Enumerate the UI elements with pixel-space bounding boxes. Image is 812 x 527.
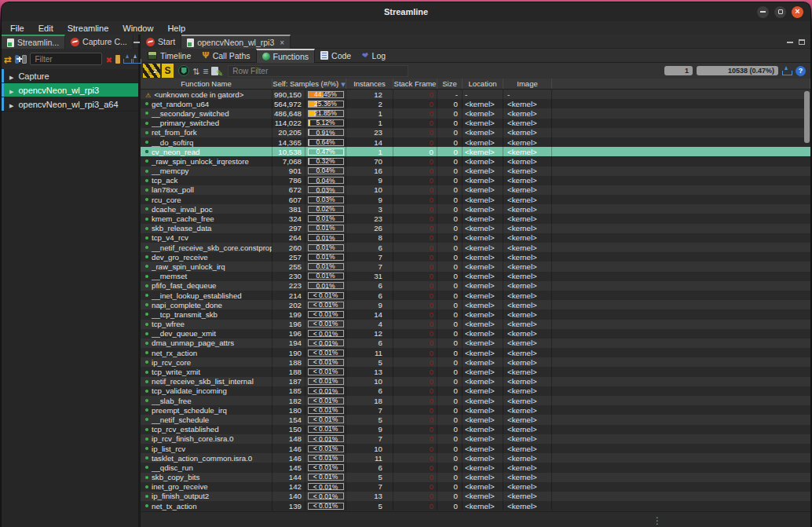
- sidebar-item-opencvneon-wl-rpi3-a64[interactable]: opencvNeon_wl_rpi3_a64: [2, 97, 138, 112]
- expand-collapse-icon[interactable]: [192, 64, 199, 78]
- sidebar-item-opencvneon-wl-rpi3[interactable]: opencvNeon_wl_rpi3: [2, 83, 138, 97]
- column-header-self-samples[interactable]: Self: Samples (#/%): [272, 79, 346, 89]
- tab-opencvneon-wl-rpi3[interactable]: opencvNeon_wl_rpi3: [181, 35, 291, 49]
- table-row[interactable]: netif_receive_skb_list_internal 187 < 0.…: [141, 377, 810, 386]
- close-tab-icon[interactable]: [277, 38, 284, 47]
- table-row[interactable]: __netif_receive_skb_core.constprop.0 260…: [141, 243, 810, 252]
- import-capture-icon[interactable]: [123, 54, 128, 64]
- table-row[interactable]: __inet_lookup_established 214 < 0.01% 6 …: [141, 291, 810, 300]
- menu-help[interactable]: Help: [160, 21, 192, 35]
- table-row[interactable]: get_random_u64 564,972 25.36% 2 0 0 <ker…: [141, 99, 810, 108]
- table-row[interactable]: napi_complete_done 202 < 0.01% 9 0 0 <ke…: [141, 300, 810, 309]
- splitter-handle-icon[interactable]: [653, 513, 662, 527]
- panel-minimize-icon[interactable]: [134, 42, 140, 43]
- table-row[interactable]: rcu_core 607 0.03% 9 0 0 <kernel> <kerne…: [141, 195, 810, 204]
- open-folder-icon[interactable]: [115, 57, 120, 64]
- table-row[interactable]: inet_gro_receive 142 < 0.01% 7 0 0 <kern…: [141, 482, 810, 492]
- table-row[interactable]: __netif_schedule 154 < 0.01% 5 0 0 <kern…: [141, 415, 810, 424]
- tab-log[interactable]: Log: [357, 49, 391, 63]
- table-row[interactable]: __primary_switched 114,022 5.12% 1 0 0 <…: [141, 119, 810, 128]
- tab-capture-c[interactable]: Capture C...: [65, 35, 134, 49]
- column-header-image[interactable]: Image: [503, 79, 552, 89]
- function-dot-icon: [145, 323, 148, 326]
- table-row[interactable]: dma_unmap_page_attrs 194 < 0.01% 6 0 0 <…: [141, 339, 810, 348]
- table-row[interactable]: __qdisc_run 145 < 0.01% 6 0 0 <kernel> <…: [141, 463, 810, 472]
- table-row[interactable]: __memset 230 0.01% 31 0 0 <kernel> <kern…: [141, 272, 810, 281]
- table-row[interactable]: preempt_schedule_irq 180 < 0.01% 7 0 0 <…: [141, 405, 810, 415]
- table-row[interactable]: tcp_ack 786 0.04% 9 0 0 <kernel> <kernel…: [141, 176, 810, 185]
- table-row[interactable]: ip_rcv_finish_core.isra.0 148 < 0.01% 7 …: [141, 434, 810, 444]
- table-row[interactable]: pfifo_fast_dequeue 223 0.01% 6 0 0 <kern…: [141, 281, 810, 291]
- tab-code[interactable]: Code: [315, 49, 357, 63]
- tab-start[interactable]: Start: [141, 35, 181, 49]
- table-row[interactable]: kmem_cache_free 324 0.01% 23 0 0 <kernel…: [141, 214, 810, 223]
- column-header-size[interactable]: Size: [437, 79, 463, 89]
- tab-streamlin[interactable]: Streamlin...: [2, 35, 65, 49]
- close-icon[interactable]: [792, 6, 803, 18]
- stack-frame-value: 0: [393, 272, 437, 281]
- table-row[interactable]: __tcp_transmit_skb 199 < 0.01% 14 0 0 <k…: [141, 309, 810, 319]
- expand-arrow-icon[interactable]: [9, 86, 18, 95]
- table-row[interactable]: tcp_wfree 196 < 0.01% 4 0 0 <kernel> <ke…: [141, 320, 810, 329]
- vertical-scrollbar[interactable]: [804, 91, 810, 143]
- warnings-indicator-icon[interactable]: 2: [143, 64, 160, 78]
- edit-filter-icon[interactable]: [211, 65, 221, 77]
- table-row[interactable]: ip_rcv_core 188 < 0.01% 5 0 0 <kernel> <…: [141, 357, 810, 367]
- minimize-icon[interactable]: [757, 6, 769, 18]
- table-row[interactable]: tcp_rcv_established 150 < 0.01% 9 0 0 <k…: [141, 425, 810, 434]
- table-row[interactable]: ip_finish_output2 140 < 0.01% 13 0 0 <ke…: [141, 492, 810, 501]
- menu-file[interactable]: File: [3, 21, 31, 35]
- sidebar-item-capture[interactable]: Capture: [2, 69, 138, 83]
- table-row[interactable]: ret_from_fork 20,205 0.91% 23 0 0 <kerne…: [141, 128, 810, 137]
- expand-arrow-icon[interactable]: [9, 100, 18, 109]
- import-archive-icon[interactable]: [131, 54, 136, 64]
- table-row[interactable]: tcp_validate_incoming 185 < 0.01% 6 0 0 …: [141, 386, 810, 396]
- table-row[interactable]: lan78xx_poll 672 0.03% 10 0 0 <kernel> <…: [141, 185, 810, 195]
- switch-view-icon[interactable]: [4, 52, 12, 66]
- menu-edit[interactable]: Edit: [31, 21, 60, 35]
- row-filter-input[interactable]: [228, 65, 408, 77]
- table-row[interactable]: net_rx_action 190 < 0.01% 11 0 0 <kernel…: [141, 348, 810, 357]
- panel-minimize-icon[interactable]: [787, 42, 793, 43]
- copy-icon[interactable]: [22, 55, 27, 64]
- tab-functions[interactable]: Functions: [256, 49, 316, 63]
- table-row[interactable]: cv_neon_read 10,538 0.47% 1 0 0 <kernel>…: [141, 147, 810, 156]
- table-row[interactable]: ip_list_rcv 146 < 0.01% 10 0 0 <kernel> …: [141, 444, 810, 453]
- samples-mode-icon[interactable]: S: [162, 64, 174, 78]
- table-row[interactable]: tcp_write_xmit 188 < 0.01% 13 0 0 <kerne…: [141, 367, 810, 376]
- table-row[interactable]: _raw_spin_unlock_irq 255 0.01% 7 0 0 <ke…: [141, 262, 810, 271]
- table-row[interactable]: __slab_free 182 < 0.01% 18 0 0 <kernel> …: [141, 396, 810, 405]
- table-row[interactable]: _raw_spin_unlock_irqrestore 7,068 0.32% …: [141, 156, 810, 166]
- table-row[interactable]: __do_softirq 14,365 0.64% 14 0 0 <kernel…: [141, 137, 810, 147]
- column-header-instances[interactable]: Instances: [346, 79, 393, 89]
- flat-list-icon[interactable]: [203, 64, 208, 78]
- export-icon[interactable]: [782, 66, 792, 75]
- tab-timeline[interactable]: Timeline: [142, 49, 196, 63]
- expand-arrow-icon[interactable]: [9, 71, 18, 81]
- table-row[interactable]: skb_release_data 297 0.01% 26 0 0 <kerne…: [141, 224, 810, 233]
- column-header-function-name[interactable]: Function Name: [141, 79, 272, 89]
- menu-window[interactable]: Window: [115, 21, 160, 35]
- titlebar[interactable]: Streamline: [2, 2, 810, 21]
- table-row[interactable]: skb_copy_bits 144 < 0.01% 5 0 0 <kernel>…: [141, 473, 810, 482]
- table-row[interactable]: tcp_v4_rcv 264 0.01% 8 0 0 <kernel> <ker…: [141, 233, 810, 243]
- clear-filter-icon[interactable]: [105, 52, 112, 66]
- table-row[interactable]: __dev_queue_xmit 196 < 0.01% 12 0 0 <ker…: [141, 329, 810, 339]
- new-capture-icon[interactable]: [15, 55, 19, 64]
- maximize-icon[interactable]: [774, 6, 786, 18]
- column-header-stack-frame[interactable]: Stack Frame: [393, 79, 437, 89]
- table-row[interactable]: net_tx_action 139 < 0.01% 5 0 0 <kernel>…: [141, 501, 810, 511]
- tab-call-paths[interactable]: Call Paths: [196, 49, 255, 63]
- filter-input[interactable]: [30, 53, 102, 65]
- table-row[interactable]: __memcpy 901 0.04% 16 0 0 <kernel> <kern…: [141, 167, 810, 176]
- shield-filter-icon[interactable]: [178, 65, 189, 76]
- table-row[interactable]: dev_gro_receive 257 0.01% 7 0 0 <kernel>…: [141, 252, 810, 262]
- menu-streamline[interactable]: Streamline: [60, 21, 116, 35]
- table-row[interactable]: <unknown code in gatord> 990,150 44.45% …: [141, 90, 810, 99]
- column-header-location[interactable]: Location: [463, 79, 503, 89]
- table-row[interactable]: __secondary_switched 486,648 21.85% 1 0 …: [141, 108, 810, 118]
- table-row[interactable]: tasklet_action_common.isra.0 146 < 0.01%…: [141, 453, 810, 463]
- panel-maximize-icon[interactable]: [799, 39, 805, 45]
- help-icon[interactable]: [796, 66, 806, 76]
- table-row[interactable]: dcache_inval_poc 381 0.02% 3 0 0 <kernel…: [141, 204, 810, 214]
